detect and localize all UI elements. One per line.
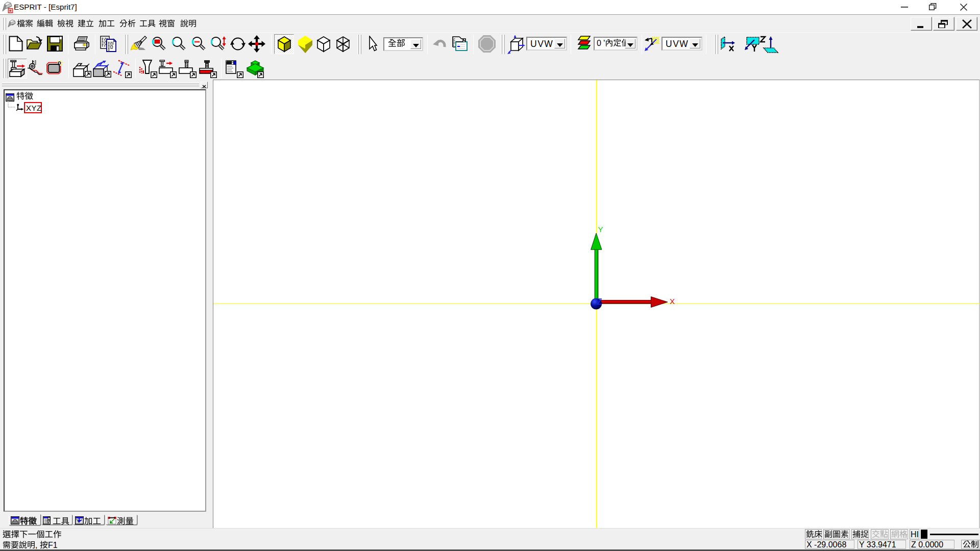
- svg-text:X: X: [670, 297, 675, 306]
- svg-text:F1: F1: [48, 541, 58, 549]
- svg-text:0 ': 0 ': [597, 39, 605, 47]
- svg-text:X -29.0068: X -29.0068: [806, 540, 846, 549]
- svg-text:HI: HI: [911, 530, 919, 539]
- svg-text:Z 0.0000: Z 0.0000: [911, 540, 943, 549]
- svg-text:Y 33.9471: Y 33.9471: [859, 540, 896, 549]
- svg-text:Z: Z: [597, 297, 602, 306]
- svg-text:,: ,: [35, 541, 37, 549]
- svg-text:Y: Y: [598, 225, 603, 234]
